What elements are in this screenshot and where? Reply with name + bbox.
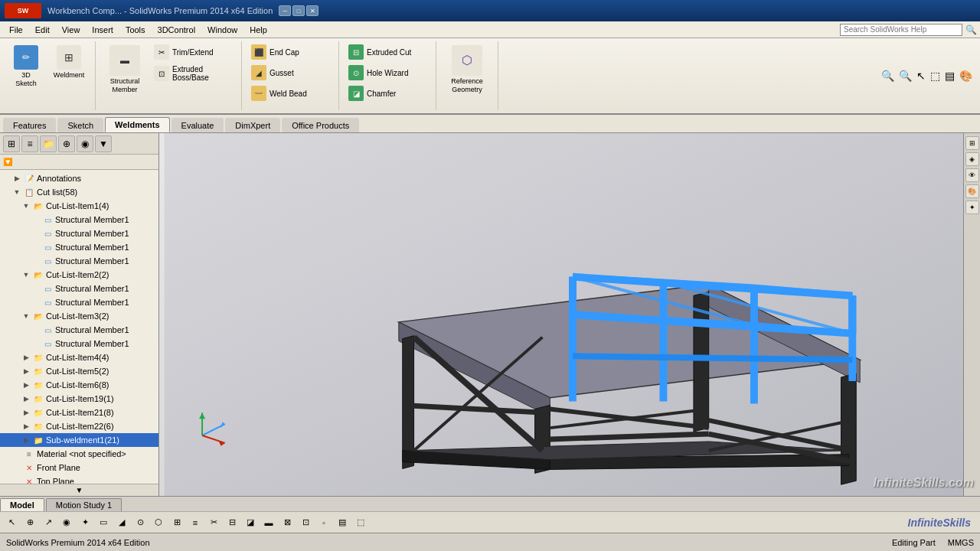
display-style-button[interactable]: ◈ xyxy=(965,152,979,166)
tree-item-sm1-1[interactable]: ▭ Structural Member1 xyxy=(0,213,158,227)
bt-btn-20[interactable]: ⬚ xyxy=(352,514,369,531)
tree-item-cutlist-item22[interactable]: ▶ 📁 Cut-List-Item22(6) xyxy=(0,419,158,433)
feature-tree[interactable]: ▶ 📝 Annotations ▼ 📋 Cut list(58) ▼ 📂 Cut… xyxy=(0,170,158,484)
bt-btn-3[interactable]: ↗ xyxy=(40,514,57,531)
tree-item-sm2-2[interactable]: ▭ Structural Member1 xyxy=(0,295,158,309)
tab-sketch[interactable]: Sketch xyxy=(57,118,103,132)
tab-evaluate[interactable]: Evaluate xyxy=(172,118,224,132)
select-icon[interactable]: ↖ xyxy=(915,68,927,83)
tree-item-cutlist-item2[interactable]: ▼ 📂 Cut-List-Item2(2) xyxy=(0,268,158,282)
tree-item-cutlist-item19[interactable]: ▶ 📁 Cut-List-Item19(1) xyxy=(0,392,158,406)
menu-view[interactable]: View xyxy=(56,24,87,36)
tree-item-cutlist-item3[interactable]: ▼ 📂 Cut-List-Item3(2) xyxy=(0,309,158,323)
expand-cutlist[interactable]: ▼ xyxy=(12,187,21,197)
tree-item-sm2-1[interactable]: ▭ Structural Member1 xyxy=(0,282,158,295)
bt-btn-17[interactable]: ⊡ xyxy=(297,514,314,531)
tree-item-cutlist-item5[interactable]: ▶ 📁 Cut-List-Item5(2) xyxy=(0,364,158,378)
extruded-boss-button[interactable]: ⊡ ExtrudedBoss/Base xyxy=(151,64,235,83)
view-orientation-button[interactable]: ⊞ xyxy=(965,136,979,150)
3d-sketch-button[interactable]: ✏ 3DSketch xyxy=(6,43,46,90)
tree-item-cutlist[interactable]: ▼ 📋 Cut list(58) xyxy=(0,185,158,199)
hole-wizard-button[interactable]: ⊙ Hole Wizard xyxy=(345,64,430,82)
tree-item-cutlist-item1[interactable]: ▼ 📂 Cut-List-Item1(4) xyxy=(0,199,158,213)
model-tab-motion-study[interactable]: Motion Study 1 xyxy=(46,498,122,511)
tree-item-sm3-2[interactable]: ▭ Structural Member1 xyxy=(0,337,158,350)
bt-btn-8[interactable]: ⊙ xyxy=(132,514,149,531)
panel-btn-5[interactable]: ◉ xyxy=(77,135,93,152)
bt-btn-19[interactable]: ▤ xyxy=(334,514,351,531)
panel-scroll-arrow[interactable]: ▼ xyxy=(0,484,158,496)
panel-btn-3[interactable]: 📁 xyxy=(40,135,57,152)
3d-viewport[interactable]: ⊞ ◈ 👁 🎨 ✦ InfiniteSkills.com xyxy=(159,133,980,496)
bt-btn-6[interactable]: ▭ xyxy=(95,514,112,531)
expand-annotations[interactable]: ▶ xyxy=(12,174,21,183)
maximize-button[interactable]: □ xyxy=(292,5,305,16)
tree-item-cutlist-item6[interactable]: ▶ 📁 Cut-List-Item6(8) xyxy=(0,378,158,392)
tab-features[interactable]: Features xyxy=(3,118,56,132)
cutlist-item3-icon: 📂 xyxy=(32,310,44,322)
bt-btn-14[interactable]: ◪ xyxy=(242,514,259,531)
tree-item-annotations[interactable]: ▶ 📝 Annotations xyxy=(0,171,158,185)
tree-item-sm1-3[interactable]: ▭ Structural Member1 xyxy=(0,240,158,254)
bt-btn-4[interactable]: ◉ xyxy=(58,514,75,531)
end-cap-button[interactable]: ⬛ End Cap xyxy=(248,43,332,61)
bt-btn-18[interactable]: ◦ xyxy=(315,514,332,531)
model-tab-model[interactable]: Model xyxy=(0,498,44,511)
appearance-button[interactable]: 🎨 xyxy=(965,184,979,198)
expand-cutlist-item1[interactable]: ▼ xyxy=(21,201,31,210)
menu-3dcontrol[interactable]: 3DControl xyxy=(152,24,202,36)
extruded-cut-button[interactable]: ⊟ Extruded Cut xyxy=(345,43,430,61)
panel-btn-1[interactable]: ⊞ xyxy=(3,135,20,152)
bt-btn-2[interactable]: ⊕ xyxy=(21,514,38,531)
tree-item-cutlist-item21[interactable]: ▶ 📁 Cut-List-Item21(8) xyxy=(0,406,158,419)
bt-btn-15[interactable]: ▬ xyxy=(260,514,277,531)
trim-extend-button[interactable]: ✂ Trim/Extend xyxy=(151,43,235,61)
reference-geometry-button[interactable]: ⬡ ReferenceGeometry xyxy=(443,43,492,96)
tree-item-sm1-2[interactable]: ▭ Structural Member1 xyxy=(0,227,158,240)
weld-bead-button[interactable]: 〰 Weld Bead xyxy=(248,84,332,103)
hide-show-button[interactable]: 👁 xyxy=(965,168,979,182)
bt-btn-7[interactable]: ◢ xyxy=(113,514,130,531)
zoom-in-icon[interactable]: 🔍 xyxy=(880,68,896,83)
structural-member-button[interactable]: ▬ StructuralMember xyxy=(102,43,148,96)
bt-btn-1[interactable]: ↖ xyxy=(3,514,20,531)
menu-insert[interactable]: Insert xyxy=(86,24,119,36)
bt-btn-16[interactable]: ⊠ xyxy=(279,514,296,531)
menu-file[interactable]: File xyxy=(3,24,29,36)
bt-btn-13[interactable]: ⊟ xyxy=(224,514,240,531)
tree-item-material[interactable]: ≡ Material <not specified> xyxy=(0,447,158,461)
menu-window[interactable]: Window xyxy=(201,24,243,36)
panel-btn-4[interactable]: ⊕ xyxy=(58,135,75,152)
view-icon[interactable]: ⬚ xyxy=(929,68,942,83)
bt-btn-11[interactable]: ≡ xyxy=(187,514,204,531)
tab-weldments[interactable]: Weldments xyxy=(105,117,169,132)
search-icon[interactable]: 🔍 xyxy=(965,24,977,35)
chamfer-button[interactable]: ◪ Chamfer xyxy=(345,84,430,103)
bt-btn-5[interactable]: ✦ xyxy=(77,514,93,531)
menu-edit[interactable]: Edit xyxy=(29,24,56,36)
tree-item-cutlist-item4[interactable]: ▶ 📁 Cut-List-Item4(4) xyxy=(0,350,158,364)
bt-btn-10[interactable]: ⊞ xyxy=(168,514,185,531)
zoom-out-icon[interactable]: 🔍 xyxy=(897,68,913,83)
display-icon[interactable]: ▤ xyxy=(943,68,956,83)
panel-filter[interactable]: ▼ xyxy=(95,135,112,152)
tab-dimxpert[interactable]: DimXpert xyxy=(225,118,280,132)
bt-btn-9[interactable]: ⬡ xyxy=(150,514,167,531)
weldment-button[interactable]: ⊞ Weldment xyxy=(49,43,89,82)
section-view-button[interactable]: ✦ xyxy=(965,201,979,214)
menu-tools[interactable]: Tools xyxy=(119,24,152,36)
color-icon[interactable]: 🎨 xyxy=(958,68,974,83)
tree-item-sm3-1[interactable]: ▭ Structural Member1 xyxy=(0,323,158,337)
tree-item-front-plane[interactable]: ✕ Front Plane xyxy=(0,461,158,474)
tab-office-products[interactable]: Office Products xyxy=(282,118,359,132)
tree-item-sub-weldment1[interactable]: ▶ 📁 Sub-weldment1(21) xyxy=(0,433,158,447)
minimize-button[interactable]: ─ xyxy=(279,5,291,16)
tree-item-top-plane[interactable]: ✕ Top Plane xyxy=(0,474,158,484)
gusset-button[interactable]: ◢ Gusset xyxy=(248,64,332,82)
close-button[interactable]: ✕ xyxy=(306,5,318,16)
menu-help[interactable]: Help xyxy=(243,24,273,36)
search-input[interactable] xyxy=(840,24,962,36)
tree-item-sm1-4[interactable]: ▭ Structural Member1 xyxy=(0,254,158,268)
bt-btn-12[interactable]: ✂ xyxy=(205,514,222,531)
panel-btn-2[interactable]: ≡ xyxy=(21,135,38,152)
